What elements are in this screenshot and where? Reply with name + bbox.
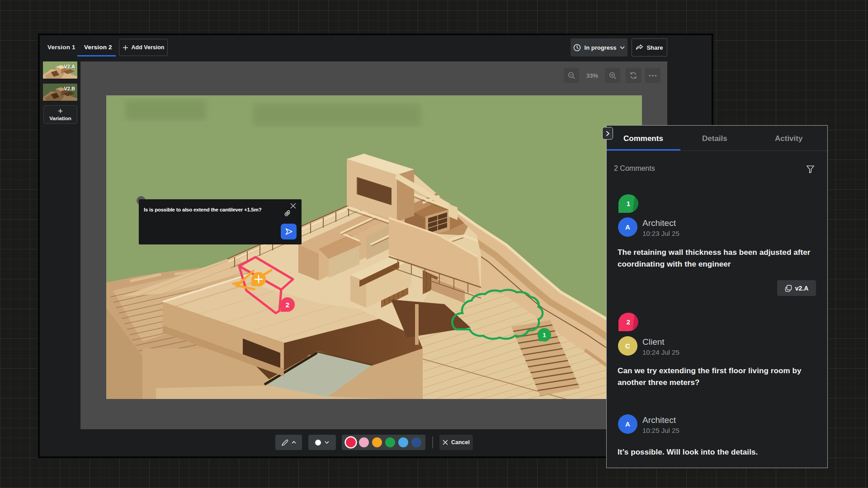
svg-text:2: 2	[286, 301, 289, 309]
svg-text:1: 1	[542, 332, 546, 338]
